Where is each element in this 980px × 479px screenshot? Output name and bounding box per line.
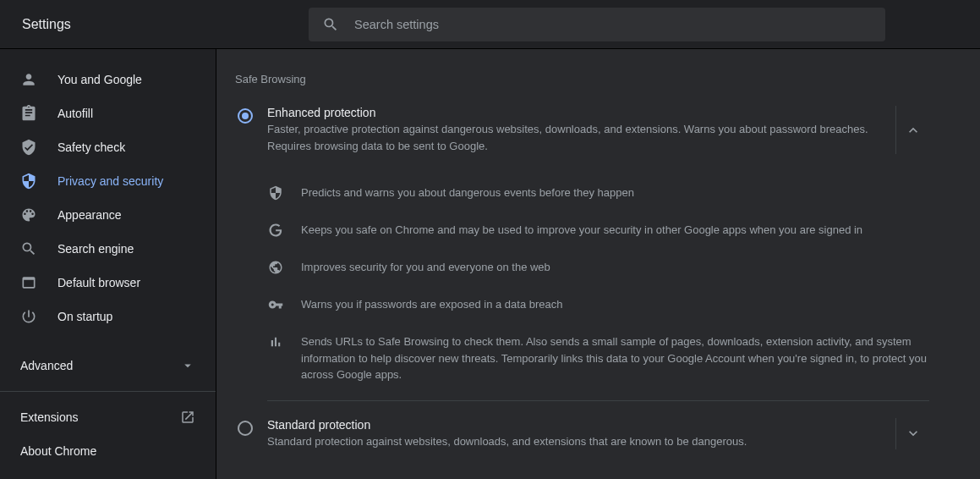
sidebar-item-default-browser[interactable]: Default browser [0,266,216,300]
page-title: Settings [0,17,309,32]
option-desc: Standard protection against websites, do… [267,433,882,450]
bullet-text: Improves security for you and everyone o… [301,259,929,276]
sidebar-item-on-startup[interactable]: On startup [0,300,216,333]
divider [0,391,216,392]
sidebar-about-link[interactable]: About Chrome [0,434,216,468]
key-icon [267,296,284,313]
about-label: About Chrome [20,444,96,458]
expand-standard-button[interactable] [895,418,929,450]
sidebar-item-appearance[interactable]: Appearance [0,198,216,232]
clipboard-icon [20,105,37,122]
bar-chart-icon [267,333,284,350]
bullet-row: Sends URLs to Safe Browsing to check the… [267,323,929,394]
collapse-enhanced-button[interactable] [895,106,929,154]
shield-icon [20,173,37,190]
option-desc: Faster, proactive protection against dan… [267,121,882,154]
sidebar-item-label: On startup [57,310,112,323]
bullet-row: Warns you if passwords are exposed in a … [267,286,929,323]
sidebar-item-autofill[interactable]: Autofill [0,96,216,130]
advanced-label: Advanced [20,359,73,372]
external-link-icon [180,410,195,425]
bullet-text: Sends URLs to Safe Browsing to check the… [301,333,929,383]
sidebar-item-safety-check[interactable]: Safety check [0,130,216,164]
sidebar-item-search-engine[interactable]: Search engine [0,232,216,266]
sidebar-item-label: Default browser [57,276,140,289]
google-g-icon [267,222,284,239]
bullet-row: Predicts and warns you about dangerous e… [267,174,929,212]
palette-icon [20,206,37,223]
sidebar-item-label: Appearance [57,208,122,222]
sidebar-item-label: You and Google [57,73,142,86]
radio-standard[interactable] [237,420,254,437]
sidebar-item-label: Safety check [57,140,125,154]
enhanced-details: Predicts and warns you about dangerous e… [267,174,929,394]
chevron-up-icon [905,122,922,139]
search-field[interactable] [309,8,885,41]
sidebar-item-label: Privacy and security [57,174,163,188]
search-input[interactable] [354,18,872,31]
sidebar-item-label: Search engine [57,242,134,256]
option-title: Enhanced protection [267,106,882,119]
browser-icon [20,274,37,291]
section-title: Safe Browsing [235,73,929,85]
divider [267,400,929,401]
sidebar-item-privacy-security[interactable]: Privacy and security [0,164,216,198]
topbar: Settings [0,0,980,49]
sidebar-item-you-and-google[interactable]: You and Google [0,63,216,96]
shield-icon [267,184,284,201]
option-enhanced-protection[interactable]: Enhanced protection Faster, proactive pr… [235,96,929,168]
bullet-text: Keeps you safe on Chrome and may be used… [301,222,929,239]
sidebar: You and Google Autofill Safety check Pri… [0,49,216,479]
content-area: Safe Browsing Enhanced protection Faster… [216,49,980,479]
magnify-icon [20,240,37,257]
bullet-text: Predicts and warns you about dangerous e… [301,184,929,201]
bullet-row: Keeps you safe on Chrome and may be used… [267,212,929,249]
option-title: Standard protection [267,418,882,432]
bullet-row: Improves security for you and everyone o… [267,249,929,286]
radio-enhanced[interactable] [237,107,254,124]
chevron-down-icon [180,358,195,373]
bullet-text: Warns you if passwords are exposed in a … [301,296,929,313]
shield-check-icon [20,139,37,156]
sidebar-advanced-toggle[interactable]: Advanced [0,349,216,383]
option-standard-protection[interactable]: Standard protection Standard protection … [235,408,929,464]
chevron-down-icon [905,425,922,442]
globe-icon [267,259,284,276]
search-icon [322,16,339,33]
sidebar-item-label: Autofill [57,107,93,120]
sidebar-extensions-link[interactable]: Extensions [0,400,216,434]
power-icon [20,308,37,325]
extensions-label: Extensions [20,410,78,424]
person-icon [20,71,37,88]
